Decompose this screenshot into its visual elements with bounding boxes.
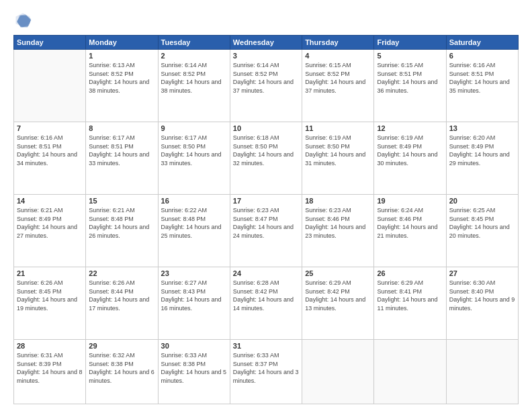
calendar-cell: 27Sunrise: 6:30 AMSunset: 8:40 PMDayligh…	[446, 267, 518, 340]
day-info: Sunrise: 6:26 AMSunset: 8:44 PMDaylight:…	[89, 279, 154, 312]
calendar-cell: 2Sunrise: 6:14 AMSunset: 8:52 PMDaylight…	[158, 50, 230, 122]
calendar-header-sunday: Sunday	[14, 36, 86, 50]
day-number: 22	[89, 269, 154, 277]
day-info: Sunrise: 6:16 AMSunset: 8:51 PMDaylight:…	[17, 134, 83, 167]
day-info: Sunrise: 6:13 AMSunset: 8:52 PMDaylight:…	[89, 61, 154, 95]
day-number: 30	[161, 342, 227, 350]
day-info: Sunrise: 6:24 AMSunset: 8:46 PMDaylight:…	[377, 206, 443, 240]
calendar-cell: 25Sunrise: 6:29 AMSunset: 8:42 PMDayligh…	[302, 267, 374, 340]
day-number: 12	[377, 124, 443, 132]
page: SundayMondayTuesdayWednesdayThursdayFrid…	[0, 0, 532, 411]
day-number: 21	[17, 269, 83, 277]
calendar-cell	[14, 50, 86, 122]
day-info: Sunrise: 6:16 AMSunset: 8:51 PMDaylight:…	[449, 61, 515, 95]
day-number: 17	[233, 197, 299, 205]
calendar-header-saturday: Saturday	[446, 36, 518, 50]
calendar-cell: 23Sunrise: 6:27 AMSunset: 8:43 PMDayligh…	[158, 267, 230, 340]
day-info: Sunrise: 6:29 AMSunset: 8:42 PMDaylight:…	[305, 279, 371, 312]
calendar-week-row: 1Sunrise: 6:13 AMSunset: 8:52 PMDaylight…	[14, 50, 519, 122]
day-number: 5	[377, 52, 443, 60]
day-info: Sunrise: 6:23 AMSunset: 8:47 PMDaylight:…	[233, 206, 299, 240]
day-number: 9	[161, 124, 227, 132]
day-info: Sunrise: 6:33 AMSunset: 8:37 PMDaylight:…	[233, 351, 299, 385]
day-info: Sunrise: 6:20 AMSunset: 8:49 PMDaylight:…	[449, 134, 515, 167]
calendar-cell: 8Sunrise: 6:17 AMSunset: 8:51 PMDaylight…	[86, 122, 158, 195]
day-number: 2	[161, 52, 227, 60]
day-info: Sunrise: 6:14 AMSunset: 8:52 PMDaylight:…	[161, 61, 227, 95]
calendar-cell	[302, 340, 374, 404]
calendar-week-row: 14Sunrise: 6:21 AMSunset: 8:49 PMDayligh…	[14, 195, 519, 267]
calendar-week-row: 7Sunrise: 6:16 AMSunset: 8:51 PMDaylight…	[14, 122, 519, 195]
day-info: Sunrise: 6:27 AMSunset: 8:43 PMDaylight:…	[161, 279, 227, 312]
day-info: Sunrise: 6:29 AMSunset: 8:41 PMDaylight:…	[377, 279, 443, 312]
calendar-cell	[446, 340, 518, 404]
day-number: 14	[17, 197, 83, 205]
calendar-header-monday: Monday	[86, 36, 158, 50]
calendar-header-friday: Friday	[374, 36, 446, 50]
day-info: Sunrise: 6:21 AMSunset: 8:48 PMDaylight:…	[89, 206, 154, 240]
logo-icon	[13, 11, 32, 30]
day-number: 26	[377, 269, 443, 277]
day-info: Sunrise: 6:33 AMSunset: 8:38 PMDaylight:…	[161, 351, 227, 385]
day-info: Sunrise: 6:26 AMSunset: 8:45 PMDaylight:…	[17, 279, 83, 312]
calendar-cell: 19Sunrise: 6:24 AMSunset: 8:46 PMDayligh…	[374, 195, 446, 267]
calendar-cell: 20Sunrise: 6:25 AMSunset: 8:45 PMDayligh…	[446, 195, 518, 267]
day-number: 16	[161, 197, 227, 205]
calendar-cell: 7Sunrise: 6:16 AMSunset: 8:51 PMDaylight…	[14, 122, 86, 195]
day-number: 19	[377, 197, 443, 205]
calendar-header-row: SundayMondayTuesdayWednesdayThursdayFrid…	[14, 36, 519, 50]
day-info: Sunrise: 6:23 AMSunset: 8:46 PMDaylight:…	[305, 206, 371, 240]
calendar-cell: 13Sunrise: 6:20 AMSunset: 8:49 PMDayligh…	[446, 122, 518, 195]
calendar-header-wednesday: Wednesday	[230, 36, 302, 50]
day-number: 29	[89, 342, 154, 350]
day-number: 24	[233, 269, 299, 277]
calendar-week-row: 21Sunrise: 6:26 AMSunset: 8:45 PMDayligh…	[14, 267, 519, 340]
calendar-cell: 28Sunrise: 6:31 AMSunset: 8:39 PMDayligh…	[14, 340, 86, 404]
day-info: Sunrise: 6:14 AMSunset: 8:52 PMDaylight:…	[233, 61, 299, 95]
calendar-cell: 22Sunrise: 6:26 AMSunset: 8:44 PMDayligh…	[86, 267, 158, 340]
day-info: Sunrise: 6:21 AMSunset: 8:49 PMDaylight:…	[17, 206, 83, 240]
day-info: Sunrise: 6:17 AMSunset: 8:51 PMDaylight:…	[89, 134, 154, 167]
calendar-cell: 11Sunrise: 6:19 AMSunset: 8:50 PMDayligh…	[302, 122, 374, 195]
day-info: Sunrise: 6:15 AMSunset: 8:52 PMDaylight:…	[305, 61, 371, 95]
day-number: 6	[449, 52, 515, 60]
calendar-cell: 6Sunrise: 6:16 AMSunset: 8:51 PMDaylight…	[446, 50, 518, 122]
calendar-cell: 24Sunrise: 6:28 AMSunset: 8:42 PMDayligh…	[230, 267, 302, 340]
day-info: Sunrise: 6:32 AMSunset: 8:38 PMDaylight:…	[89, 351, 154, 385]
day-info: Sunrise: 6:17 AMSunset: 8:50 PMDaylight:…	[161, 134, 227, 167]
day-info: Sunrise: 6:19 AMSunset: 8:50 PMDaylight:…	[305, 134, 371, 167]
day-info: Sunrise: 6:22 AMSunset: 8:48 PMDaylight:…	[161, 206, 227, 240]
calendar-header-tuesday: Tuesday	[158, 36, 230, 50]
calendar-cell: 18Sunrise: 6:23 AMSunset: 8:46 PMDayligh…	[302, 195, 374, 267]
day-number: 20	[449, 197, 515, 205]
calendar-cell: 5Sunrise: 6:15 AMSunset: 8:51 PMDaylight…	[374, 50, 446, 122]
day-number: 31	[233, 342, 299, 350]
day-info: Sunrise: 6:30 AMSunset: 8:40 PMDaylight:…	[449, 279, 515, 312]
day-info: Sunrise: 6:25 AMSunset: 8:45 PMDaylight:…	[449, 206, 515, 240]
logo	[13, 11, 35, 30]
day-number: 4	[305, 52, 371, 60]
day-number: 13	[449, 124, 515, 132]
calendar-cell: 30Sunrise: 6:33 AMSunset: 8:38 PMDayligh…	[158, 340, 230, 404]
day-number: 28	[17, 342, 83, 350]
calendar-cell: 26Sunrise: 6:29 AMSunset: 8:41 PMDayligh…	[374, 267, 446, 340]
calendar-cell: 12Sunrise: 6:19 AMSunset: 8:49 PMDayligh…	[374, 122, 446, 195]
day-number: 15	[89, 197, 154, 205]
calendar-cell: 31Sunrise: 6:33 AMSunset: 8:37 PMDayligh…	[230, 340, 302, 404]
calendar-cell: 17Sunrise: 6:23 AMSunset: 8:47 PMDayligh…	[230, 195, 302, 267]
calendar-cell: 3Sunrise: 6:14 AMSunset: 8:52 PMDaylight…	[230, 50, 302, 122]
calendar-cell: 1Sunrise: 6:13 AMSunset: 8:52 PMDaylight…	[86, 50, 158, 122]
calendar-week-row: 28Sunrise: 6:31 AMSunset: 8:39 PMDayligh…	[14, 340, 519, 404]
day-number: 23	[161, 269, 227, 277]
calendar-cell: 4Sunrise: 6:15 AMSunset: 8:52 PMDaylight…	[302, 50, 374, 122]
day-info: Sunrise: 6:28 AMSunset: 8:42 PMDaylight:…	[233, 279, 299, 312]
calendar-header-thursday: Thursday	[302, 36, 374, 50]
calendar-cell	[374, 340, 446, 404]
day-number: 3	[233, 52, 299, 60]
calendar-cell: 9Sunrise: 6:17 AMSunset: 8:50 PMDaylight…	[158, 122, 230, 195]
calendar-cell: 14Sunrise: 6:21 AMSunset: 8:49 PMDayligh…	[14, 195, 86, 267]
day-number: 27	[449, 269, 515, 277]
day-number: 11	[305, 124, 371, 132]
day-info: Sunrise: 6:15 AMSunset: 8:51 PMDaylight:…	[377, 61, 443, 95]
day-number: 8	[89, 124, 154, 132]
